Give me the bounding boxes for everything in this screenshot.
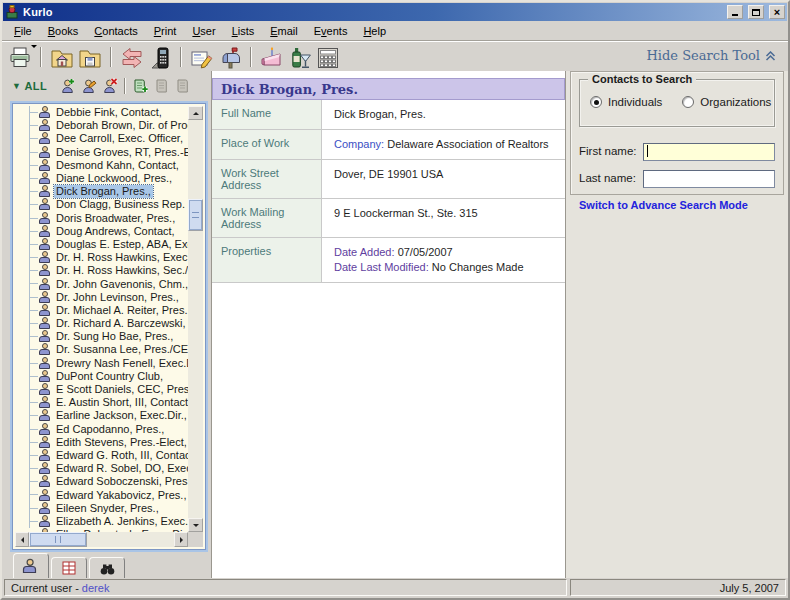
title-bar[interactable]: Kurlo × [3, 3, 787, 21]
tree-item[interactable]: Dick Brogan, Pres., [15, 185, 188, 198]
tree-item[interactable]: Doris Broadwater, Pres., [15, 212, 188, 225]
contact-name: Drewry Nash Fenell, Exec.D [54, 357, 188, 370]
contact-name: Doug Andrews, Contact, [54, 225, 177, 238]
edit-contact-button[interactable] [78, 77, 99, 96]
tree-item[interactable]: E Scott Daniels, CEC, Pres [15, 383, 188, 396]
phone-button[interactable] [146, 43, 174, 70]
mailbox-button[interactable] [216, 43, 244, 70]
book-filter-dropdown[interactable]: ▼ ALL [10, 78, 49, 94]
hide-search-tool-link[interactable]: Hide Search Tool [647, 48, 776, 63]
contact-icon [39, 476, 50, 487]
vertical-scrollbar[interactable] [188, 106, 203, 532]
tree-item[interactable]: Edward Soboczenski, Pres [15, 475, 188, 488]
tree-item[interactable]: Dee Carroll, Exec. Officer, [15, 132, 188, 145]
contact-icon [39, 120, 50, 131]
contact-name: Earline Jackson, Exec.Dir., [54, 409, 188, 422]
tree-item[interactable]: Edith Stevens, Pres.-Elect, [15, 436, 188, 449]
add-contact-button[interactable] [57, 77, 78, 96]
tree-item[interactable]: Edward Yakabovicz, Pres., [15, 488, 188, 501]
tree-item[interactable]: Denise Groves, RT, Pres.-El [15, 146, 188, 159]
radio-individuals[interactable]: Individuals [590, 96, 662, 108]
tree-item[interactable]: E. Austin Short, III, Contact, [15, 396, 188, 409]
contact-name: Dr. Susanna Lee, Pres./CE [54, 343, 188, 356]
tree-item[interactable]: Dr. Susanna Lee, Pres./CE [15, 343, 188, 356]
maximize-button[interactable] [748, 5, 764, 19]
tree-item[interactable]: Deborah Brown, Dir. of Prog [15, 119, 188, 132]
scrollbar-corner [188, 532, 203, 547]
tree-item[interactable]: Drewry Nash Fenell, Exec.D [15, 357, 188, 370]
radio-organizations-label: Organizations [700, 96, 771, 108]
menu-user[interactable]: User [184, 23, 223, 39]
tab-table-view[interactable] [51, 557, 87, 578]
tree-item[interactable]: Edward R. Sobel, DO, Exec [15, 462, 188, 475]
vertical-scrollbar-thumb[interactable] [188, 199, 203, 231]
first-name-input[interactable] [643, 143, 775, 161]
tree-item[interactable]: Diane Lockwood, Pres., [15, 172, 188, 185]
tab-search[interactable] [89, 557, 125, 578]
main-content: ▼ ALL Debbie Fink, Contact,Deborah Brown… [2, 71, 788, 578]
contact-name: Dr. John Gavenonis, Chm., [54, 278, 188, 291]
delete-contact-button[interactable] [99, 77, 120, 96]
tree-item[interactable]: Earline Jackson, Exec.Dir., [15, 409, 188, 422]
tree-item[interactable]: Dr. John Levinson, Pres., [15, 291, 188, 304]
home-folder-button[interactable] [48, 43, 76, 70]
compose-note-button[interactable] [188, 43, 216, 70]
close-button[interactable]: × [769, 5, 785, 19]
tree-item[interactable]: Douglas E. Estep, ABA, Exe [15, 238, 188, 251]
horizontal-scrollbar[interactable] [15, 532, 188, 547]
first-name-input-wrap [643, 142, 775, 160]
radio-individuals-label: Individuals [608, 96, 662, 108]
menu-help[interactable]: Help [355, 23, 394, 39]
tree-item[interactable]: Desmond Kahn, Contact, [15, 159, 188, 172]
add-book-button[interactable] [130, 77, 151, 96]
horizontal-scrollbar-thumb[interactable] [29, 532, 87, 547]
tree-item[interactable]: Don Clagg, Business Rep. [15, 198, 188, 211]
printer-button[interactable] [6, 43, 34, 70]
tree-item[interactable]: Edward G. Roth, III, Contact [15, 449, 188, 462]
contact-tree-frame: Debbie Fink, Contact,Deborah Brown, Dir.… [10, 101, 208, 552]
toolbar-separator [110, 47, 112, 67]
menu-bar: FileBooksContactsPrintUserListsEmailEven… [2, 22, 788, 41]
tab-contacts[interactable] [13, 553, 49, 578]
tree-item[interactable]: Dr. John Gavenonis, Chm., [15, 277, 188, 290]
contact-icon [39, 490, 50, 501]
birthday-cake-button[interactable] [258, 43, 286, 70]
tree-item[interactable]: Dr. Richard A. Barczewski, I [15, 317, 188, 330]
radio-organizations[interactable]: Organizations [682, 96, 771, 108]
first-name-label: First name: [579, 145, 643, 157]
menu-print[interactable]: Print [146, 23, 185, 39]
scroll-left-button[interactable] [15, 532, 29, 547]
tree-item[interactable]: Dr. Sung Ho Bae, Pres., [15, 330, 188, 343]
save-folder-button[interactable] [76, 43, 104, 70]
last-name-input[interactable] [643, 170, 775, 188]
menu-books[interactable]: Books [40, 23, 87, 39]
contact-name: Dr. Michael A. Reiter, Pres., [54, 304, 188, 317]
contact-icon [39, 371, 50, 382]
minimize-button[interactable] [727, 5, 743, 19]
company-link[interactable]: Company: [334, 138, 384, 150]
menu-contacts[interactable]: Contacts [86, 23, 145, 39]
menu-events[interactable]: Events [306, 23, 356, 39]
tree-item[interactable]: Dr. H. Ross Hawkins, Exec [15, 251, 188, 264]
scroll-up-button[interactable] [188, 106, 203, 120]
menu-lists[interactable]: Lists [224, 23, 263, 39]
scroll-down-button[interactable] [188, 518, 203, 532]
tree-item[interactable]: Dr. H. Ross Hawkins, Sec./ [15, 264, 188, 277]
drinks-button[interactable] [286, 43, 314, 70]
calculator-button[interactable] [314, 43, 342, 70]
tree-item[interactable]: Ed Capodanno, Pres., [15, 423, 188, 436]
tree-item[interactable]: Debbie Fink, Contact, [15, 106, 188, 119]
menu-email[interactable]: Email [262, 23, 306, 39]
tree-item[interactable]: Elizabeth A. Jenkins, Exec.D [15, 515, 188, 528]
advance-search-mode-link[interactable]: Switch to Advance Search Mode [579, 199, 783, 211]
scroll-right-button[interactable] [174, 532, 188, 547]
menu-file[interactable]: File [6, 23, 40, 39]
radio-unselected-icon [682, 96, 694, 108]
tree-item[interactable]: Dr. Michael A. Reiter, Pres., [15, 304, 188, 317]
contact-icon [39, 358, 50, 369]
tree-item[interactable]: DuPont Country Club, [15, 370, 188, 383]
tree-item[interactable]: Eileen Snyder, Pres., [15, 502, 188, 515]
tree-item[interactable]: Doug Andrews, Contact, [15, 225, 188, 238]
transfer-arrows-button[interactable] [118, 43, 146, 70]
contact-name: Edward R. Sobel, DO, Exec [54, 462, 188, 475]
